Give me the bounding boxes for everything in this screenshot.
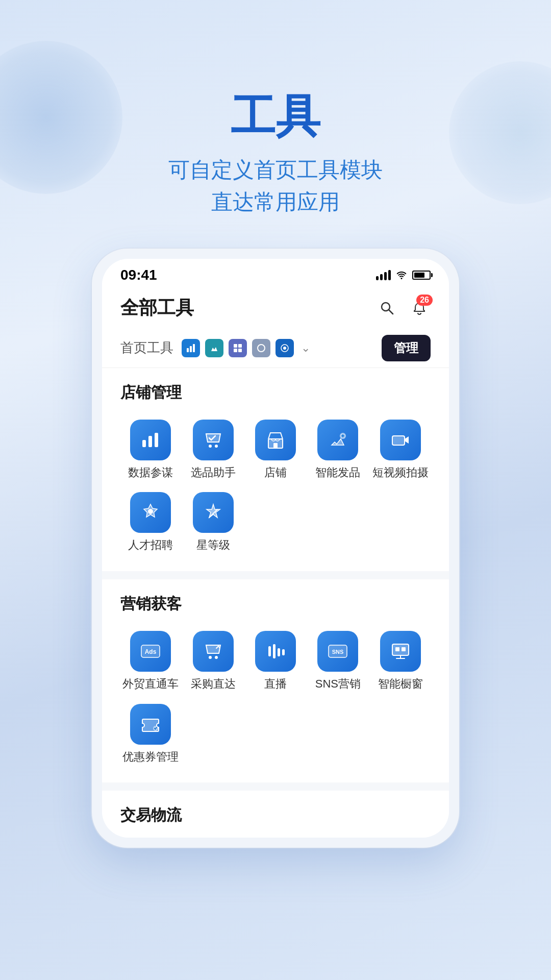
svg-rect-2: [187, 348, 189, 352]
section-trade-logistics: 交易物流 信保订单: [102, 791, 449, 838]
tool-label-star: 星等级: [196, 538, 230, 553]
section-gap-1: [102, 571, 449, 579]
tool-label-ads: 外贸直通车: [122, 677, 179, 692]
tool-label-talent: 人才招聘: [128, 538, 173, 553]
svg-rect-4: [193, 344, 195, 352]
status-time: 09:41: [120, 267, 157, 283]
tool-ads[interactable]: Ads 外贸直通车: [120, 627, 181, 696]
tool-star-level[interactable]: 星等级: [183, 488, 243, 557]
header-actions: 26: [375, 297, 431, 319]
svg-rect-32: [392, 644, 409, 655]
svg-rect-20: [392, 436, 405, 445]
tools-bar-label: 首页工具: [120, 339, 173, 357]
svg-rect-14: [155, 433, 158, 447]
tool-label-smart: 智能发品: [315, 465, 360, 480]
section-title-trade: 交易物流: [120, 805, 431, 826]
svg-point-15: [209, 445, 212, 448]
tool-purchase[interactable]: 采购直达: [183, 627, 243, 696]
section-marketing: 营销获客 Ads 外贸直通车: [102, 579, 449, 768]
section-store-management: 店铺管理 数据参谋: [102, 368, 449, 557]
signal-icon: [376, 270, 391, 280]
battery-icon: [412, 271, 431, 280]
svg-rect-36: [402, 647, 406, 651]
svg-rect-35: [395, 647, 399, 651]
status-icons: [376, 270, 431, 280]
svg-rect-5: [234, 344, 237, 348]
svg-rect-6: [238, 344, 242, 348]
tool-select-product[interactable]: 选品助手: [183, 415, 243, 484]
section-title-marketing: 营销获客: [120, 594, 431, 615]
tool-live[interactable]: 直播: [245, 627, 306, 696]
svg-rect-26: [268, 646, 271, 656]
app-header: 全部工具 26: [102, 287, 449, 329]
tool-label-store: 店铺: [264, 465, 287, 480]
mini-icon-4: [252, 339, 270, 357]
tool-coupon[interactable]: 优惠券管理: [120, 700, 181, 769]
tool-store[interactable]: 店铺: [245, 415, 306, 484]
bg-decoration-left: [0, 41, 122, 194]
svg-rect-28: [278, 648, 280, 656]
svg-rect-13: [148, 436, 152, 447]
tool-sns[interactable]: SNS SNS营销: [308, 627, 368, 696]
svg-point-9: [258, 345, 265, 352]
mini-icon-2: [205, 339, 223, 357]
tool-smart-window[interactable]: 智能橱窗: [370, 627, 431, 696]
svg-line-1: [389, 310, 393, 314]
svg-rect-8: [238, 349, 242, 352]
status-bar: 09:41: [102, 259, 449, 287]
svg-rect-12: [142, 440, 146, 447]
tool-data-consult[interactable]: 数据参谋: [120, 415, 181, 484]
tool-smart-product[interactable]: 智能发品: [308, 415, 368, 484]
svg-point-25: [215, 656, 218, 659]
tools-bar: 首页工具: [102, 329, 449, 368]
svg-point-16: [215, 445, 218, 448]
expand-arrow-icon[interactable]: ⌄: [301, 341, 310, 355]
page-subtitle: 可自定义首页工具模块 直达常用应用: [168, 154, 383, 218]
tool-label-select: 选品助手: [191, 465, 236, 480]
tool-label-window: 智能橱窗: [378, 677, 423, 692]
svg-text:SNS: SNS: [332, 649, 344, 655]
notification-badge: 26: [416, 295, 433, 306]
svg-rect-7: [234, 349, 237, 352]
svg-rect-3: [190, 346, 192, 352]
subtitle-line1: 可自定义首页工具模块: [168, 154, 383, 186]
tool-talent[interactable]: 人才招聘: [120, 488, 181, 557]
mini-icon-3: [229, 339, 247, 357]
phone-screen: 09:41 全部工具: [102, 259, 449, 838]
svg-point-21: [148, 509, 153, 514]
page-title: 工具: [168, 92, 383, 141]
tool-label-live: 直播: [264, 677, 287, 692]
svg-rect-27: [273, 644, 276, 658]
tool-short-video[interactable]: 短视频拍摄: [370, 415, 431, 484]
mini-icon-5: [276, 339, 294, 357]
scroll-content[interactable]: 店铺管理 数据参谋: [102, 368, 449, 838]
wifi-icon: [396, 271, 407, 279]
tools-grid-marketing: Ads 外贸直通车: [120, 627, 431, 768]
app-title: 全部工具: [120, 296, 194, 321]
svg-text:Ads: Ads: [145, 648, 157, 655]
svg-point-24: [209, 656, 212, 659]
tools-grid-store: 数据参谋 选品助手: [120, 415, 431, 557]
search-icon: [379, 300, 395, 316]
tool-label-video: 短视频拍摄: [372, 465, 429, 480]
page-header: 工具 可自定义首页工具模块 直达常用应用: [168, 92, 383, 218]
tool-label-coupon: 优惠券管理: [122, 750, 179, 765]
mini-icon-1: [182, 339, 200, 357]
subtitle-line2: 直达常用应用: [168, 186, 383, 218]
manage-button[interactable]: 管理: [382, 335, 431, 361]
tool-label-data-consult: 数据参谋: [128, 465, 173, 480]
phone-mockup: 09:41 全部工具: [92, 249, 459, 848]
tool-label-sns: SNS营销: [315, 677, 361, 692]
svg-point-10: [283, 347, 286, 350]
tool-label-purchase: 采购直达: [191, 677, 236, 692]
svg-rect-29: [282, 649, 285, 655]
search-button[interactable]: [375, 297, 398, 319]
tools-icons-row: ⌄: [182, 339, 382, 357]
svg-rect-18: [273, 443, 278, 448]
section-gap-2: [102, 782, 449, 791]
notification-button[interactable]: 26: [408, 297, 431, 319]
bg-decoration-right: [449, 61, 551, 204]
section-title-store: 店铺管理: [120, 382, 431, 403]
